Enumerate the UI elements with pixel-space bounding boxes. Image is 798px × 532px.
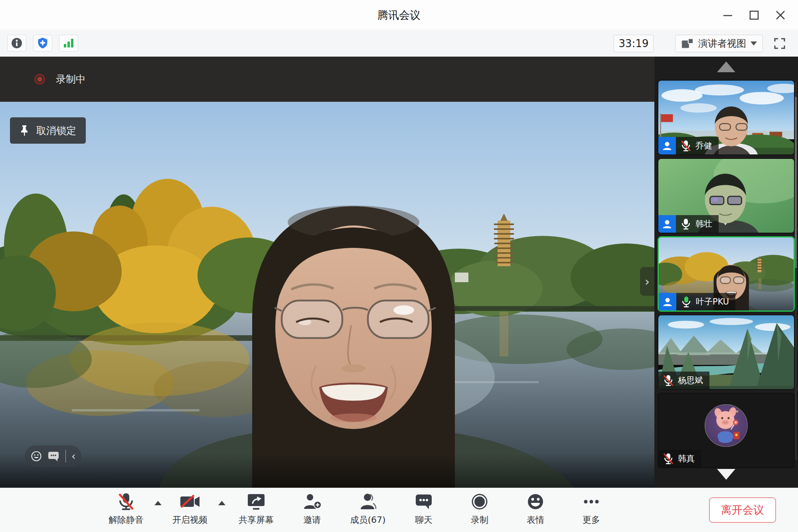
view-mode-selector[interactable]: 演讲者视图 xyxy=(675,35,763,52)
network-status-button[interactable] xyxy=(59,35,78,51)
scroll-up-button[interactable] xyxy=(717,61,735,72)
participant-tile-yangsibin[interactable]: 杨思斌 xyxy=(658,314,795,390)
start-video-label: 开启视频 xyxy=(172,514,207,526)
participant-name: 韩真 xyxy=(678,453,695,464)
recording-label: 录制中 xyxy=(56,73,86,86)
meeting-toolbar: 33:19 演讲者视图 xyxy=(0,30,798,57)
members-icon xyxy=(359,493,377,510)
maximize-button[interactable] xyxy=(743,4,765,26)
chat-label: 聊天 xyxy=(415,514,433,526)
emoji-quick-icon[interactable] xyxy=(31,451,42,462)
main-video-pinned[interactable]: 录制中 xyxy=(0,57,654,488)
share-screen-label: 共享屏幕 xyxy=(239,514,274,526)
shield-icon xyxy=(37,37,49,49)
pin-icon xyxy=(20,125,29,136)
recording-indicator: 录制中 xyxy=(34,73,86,86)
participant-name: 乔健 xyxy=(695,140,712,151)
member-badge-icon xyxy=(659,293,676,310)
unmute-button[interactable]: 解除静音 xyxy=(101,488,152,526)
window-title: 腾讯会议 xyxy=(0,0,798,30)
invite-label: 邀请 xyxy=(303,514,321,526)
participant-name-bar: 韩真 xyxy=(658,450,701,467)
window-titlebar: 腾讯会议 xyxy=(0,0,798,30)
participant-tile-hanzhuang[interactable]: 韩壮 xyxy=(658,158,795,233)
share-screen-button[interactable]: 共享屏幕 xyxy=(228,488,284,526)
unpin-label: 取消锁定 xyxy=(36,124,76,137)
meeting-content: 录制中 xyxy=(0,57,798,488)
more-dots-icon xyxy=(582,493,601,510)
video-options-button[interactable] xyxy=(215,488,228,505)
more-button[interactable]: 更多 xyxy=(563,488,619,526)
mic-options-button[interactable] xyxy=(152,488,164,505)
camera-off-icon xyxy=(180,494,200,510)
scroll-down-button[interactable] xyxy=(717,469,735,480)
collapse-left-icon[interactable]: ‹ xyxy=(71,451,75,461)
sidebar-scrollbar[interactable] xyxy=(795,81,797,460)
record-icon xyxy=(471,493,488,510)
meeting-info-button[interactable] xyxy=(7,35,26,51)
leave-meeting-button[interactable]: 离开会议 xyxy=(709,497,776,523)
participant-name-bar: 韩壮 xyxy=(658,215,719,233)
chat-icon xyxy=(415,493,433,510)
maximize-icon xyxy=(749,10,759,20)
unpin-button[interactable]: 取消锁定 xyxy=(10,117,86,144)
scrollbar-thumb[interactable] xyxy=(795,97,797,268)
layout-view-icon xyxy=(681,38,694,49)
minimize-button[interactable] xyxy=(717,4,739,26)
video-header-bar: 录制中 xyxy=(0,57,654,102)
chevron-up-icon xyxy=(218,501,225,505)
participant-name-bar: 杨思斌 xyxy=(658,372,709,389)
participant-name: 杨思斌 xyxy=(678,375,703,386)
emoji-icon xyxy=(527,493,544,510)
start-video-button[interactable]: 开启视频 xyxy=(164,488,215,526)
mic-muted-icon xyxy=(663,453,674,465)
members-button[interactable]: 成员(67) xyxy=(340,488,396,526)
participant-name-bar: 乔健 xyxy=(658,137,719,154)
mic-speaking-icon xyxy=(681,296,691,308)
view-mode-label: 演讲者视图 xyxy=(698,37,746,50)
member-badge-icon xyxy=(658,137,676,154)
invite-person-icon xyxy=(302,493,322,510)
participant-tile-qiaojian[interactable]: 乔健 xyxy=(658,80,795,155)
mic-muted-icon xyxy=(118,492,134,511)
main-video-scene xyxy=(0,102,654,488)
participant-tile-yezipku[interactable]: 叶子PKU xyxy=(658,236,795,312)
member-badge-icon xyxy=(658,215,676,233)
members-label: 成员(67) xyxy=(350,514,385,526)
reactions-quickbar: ‹ xyxy=(25,445,81,467)
close-button[interactable] xyxy=(769,4,792,26)
fullscreen-icon xyxy=(774,38,786,49)
sidebar-collapse-handle[interactable]: › xyxy=(640,267,654,296)
bottom-control-bar: 解除静音 开启视频 共享屏幕 xyxy=(0,488,798,532)
mic-muted-icon xyxy=(663,374,674,386)
participant-tile-hanzhen[interactable]: 韩真 xyxy=(658,393,795,468)
invite-button[interactable]: 邀请 xyxy=(284,488,340,526)
record-label: 录制 xyxy=(471,514,488,526)
chevron-down-icon xyxy=(751,42,757,45)
reactions-button[interactable]: 表情 xyxy=(508,488,563,526)
participant-name-bar: 叶子PKU xyxy=(659,293,735,310)
network-signal-icon xyxy=(63,38,75,49)
participant-name: 叶子PKU xyxy=(696,296,729,307)
chevron-up-icon xyxy=(154,501,162,505)
chat-button[interactable]: 聊天 xyxy=(396,488,452,526)
record-button[interactable]: 录制 xyxy=(452,488,508,526)
share-screen-icon xyxy=(247,493,266,510)
mic-on-icon xyxy=(681,218,691,230)
mic-muted-icon xyxy=(681,140,691,152)
meeting-security-button[interactable] xyxy=(33,35,52,51)
info-icon xyxy=(11,37,23,49)
recording-dot-icon xyxy=(34,74,45,85)
participants-sidebar: 乔健 xyxy=(654,57,798,488)
meeting-timer: 33:19 xyxy=(614,35,654,52)
pill-divider xyxy=(65,450,66,463)
participant-tiles: 乔健 xyxy=(658,80,795,468)
chat-quick-icon[interactable] xyxy=(47,451,59,462)
participant-name: 韩壮 xyxy=(695,218,712,229)
minimize-icon xyxy=(723,10,733,20)
close-icon xyxy=(775,10,786,20)
fullscreen-button[interactable] xyxy=(769,35,790,52)
more-label: 更多 xyxy=(583,514,600,526)
unmute-label: 解除静音 xyxy=(109,514,144,526)
reactions-label: 表情 xyxy=(527,514,544,526)
